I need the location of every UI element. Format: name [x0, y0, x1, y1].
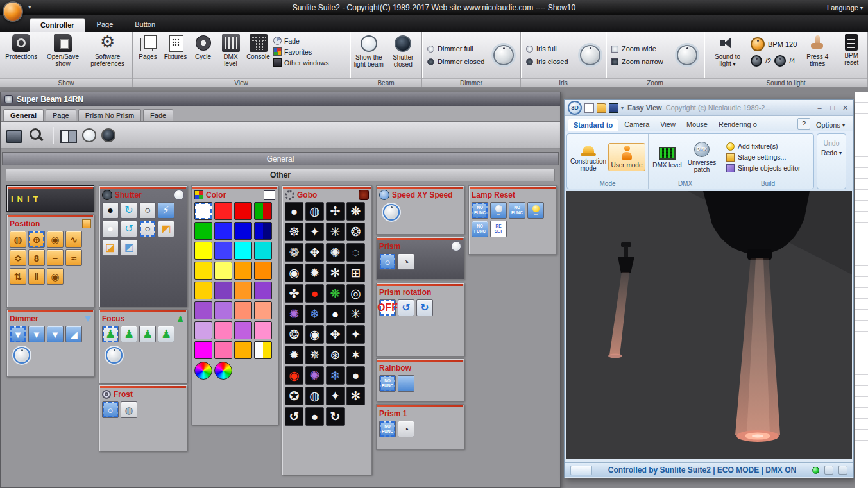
gobo-preset-tile[interactable]: ◍	[305, 202, 324, 221]
gobo-preset-tile[interactable]: ❂	[346, 223, 365, 241]
gobo-preset-tile[interactable]: ✺	[326, 243, 345, 262]
shutter-closed-button[interactable]: Shutter closed	[386, 33, 421, 68]
gobo-preset-tile[interactable]: ✹	[285, 346, 303, 364]
gobo-preset-tile[interactable]: ✦	[346, 325, 365, 344]
gobo-preset-tile[interactable]: ❋	[346, 202, 365, 221]
color-swatch[interactable]	[254, 202, 272, 220]
color-swatch[interactable]	[234, 321, 252, 339]
position-preset-tile[interactable]: 8	[28, 249, 45, 266]
gobo-preset-tile[interactable]: ✻	[346, 387, 365, 405]
rainbow-preset-tile[interactable]	[398, 375, 414, 392]
frost-preset-tile[interactable]: ◍	[121, 401, 137, 418]
color-swatch[interactable]	[214, 262, 232, 280]
build-menu-item[interactable]: Add fixture(s)	[726, 142, 810, 151]
focus-preset-tile[interactable]: ♟	[102, 326, 119, 342]
color-swatch[interactable]	[214, 282, 232, 299]
magnifier-icon[interactable]	[28, 126, 46, 144]
color-wheel-tile[interactable]	[214, 362, 232, 380]
lamp-reset-tile[interactable]	[527, 202, 544, 219]
shutter-preset-tile[interactable]: ○	[139, 221, 156, 237]
new-file-icon[interactable]	[584, 103, 594, 113]
gobo-preset-tile[interactable]: ↻	[326, 407, 345, 426]
gobo-preset-tile[interactable]: ⊛	[326, 346, 345, 364]
shutter-preset-tile[interactable]: ●	[102, 221, 119, 237]
color-swatch[interactable]	[234, 262, 252, 280]
scrollbar-thumb[interactable]	[570, 466, 592, 475]
superbeam-tab[interactable]: General	[3, 109, 44, 121]
options-menu[interactable]: Options ▾	[811, 119, 850, 131]
color-swatch[interactable]	[234, 222, 252, 240]
beam-open-button[interactable]	[82, 128, 96, 142]
position-preset-tile[interactable]: ≎	[10, 249, 26, 266]
color-swatch[interactable]	[234, 341, 252, 359]
bpm-div2-knob[interactable]	[751, 55, 762, 67]
chevron-down-icon[interactable]: ▾	[621, 105, 624, 111]
position-preset-tile[interactable]: ≈	[65, 249, 82, 266]
easyview-titlebar[interactable]: 3D ▾ Easy View Copyright (c) Nicolaudie …	[565, 100, 853, 116]
focus-preset-tile[interactable]: ♟	[158, 326, 174, 342]
maximize-button[interactable]: □	[828, 104, 837, 112]
gobo-preset-tile[interactable]: ●	[305, 407, 324, 426]
gobo-preset-tile[interactable]: ✦	[326, 387, 345, 405]
gobo-preset-tile[interactable]: ✺	[305, 366, 324, 385]
open-save-show-button[interactable]: Open/Save show	[42, 33, 83, 69]
prism1-preset-tile[interactable]: ◔	[398, 421, 414, 437]
gobo-preset-tile[interactable]: ✥	[305, 243, 324, 262]
view-big-button[interactable]: Cycle	[189, 33, 217, 69]
gobo-preset-tile[interactable]: ✹	[305, 264, 324, 282]
lamp-reset-tile[interactable]: NO FUNC	[509, 202, 525, 219]
gobo-preset-tile[interactable]: ☸	[285, 223, 303, 241]
gobo-preset-tile[interactable]: ✪	[285, 387, 303, 405]
color-swatch[interactable]	[234, 301, 252, 319]
dimmer-closed-button[interactable]: Dimmer closed	[427, 58, 484, 65]
view-small-button[interactable]: Other windows	[273, 58, 328, 67]
dimmer-preset-tile[interactable]: ▼	[28, 326, 45, 342]
show-light-beam-button[interactable]: Show the light beam	[352, 33, 386, 68]
gobo-preset-tile[interactable]: ◎	[346, 284, 365, 303]
lamp-reset-tile[interactable]	[490, 202, 507, 219]
focus-preset-tile[interactable]: ♟	[139, 326, 156, 342]
color-swatch[interactable]	[194, 242, 212, 260]
gobo-preset-tile[interactable]: ✺	[285, 305, 303, 323]
prism-rotation-tile[interactable]: ↺	[398, 299, 414, 316]
gobo-preset-tile[interactable]: ●	[326, 305, 345, 323]
shutter-preset-tile[interactable]: ↻	[121, 202, 137, 219]
position-preset-tile[interactable]: ◉	[47, 268, 64, 285]
position-preset-tile[interactable]: ⊕	[28, 231, 45, 248]
app-logo-icon[interactable]	[3, 1, 23, 22]
color-wheel-tile[interactable]	[194, 362, 212, 380]
color-swatch[interactable]	[214, 321, 232, 339]
gobo-preset-tile[interactable]: ◉	[285, 264, 303, 282]
save-file-icon[interactable]	[609, 103, 618, 113]
gobo-preset-tile[interactable]: ✵	[305, 346, 324, 364]
gobo-preset-tile[interactable]: ❄	[326, 366, 345, 385]
user-mode-button[interactable]: User mode	[608, 143, 645, 171]
focus-preset-tile[interactable]: ♟	[121, 326, 137, 342]
easyview-tab[interactable]: Camera	[619, 119, 654, 131]
iris-knob[interactable]	[580, 45, 600, 65]
color-swatch[interactable]	[194, 222, 212, 240]
universes-patch-button[interactable]: DMX Universes patch	[685, 139, 719, 176]
position-preset-tile[interactable]: ◉	[47, 231, 64, 248]
split-view-button[interactable]	[60, 130, 77, 143]
software-preferences-button[interactable]: Software preferences	[85, 33, 130, 69]
color-swatch[interactable]	[214, 341, 232, 359]
zoom-wide-button[interactable]: Zoom wide	[611, 45, 663, 53]
position-preset-tile[interactable]: ‖	[28, 268, 45, 285]
build-menu-item[interactable]: Simple objects editor	[726, 164, 810, 172]
easyview-tab[interactable]: Rendering o	[713, 119, 762, 131]
color-swatch[interactable]	[194, 282, 212, 299]
press-4-times-button[interactable]: Press 4 times	[802, 33, 833, 69]
superbeam-tab[interactable]: Fade	[143, 109, 173, 121]
color-swatch[interactable]	[194, 202, 212, 220]
gobo-preset-tile[interactable]: ◉	[285, 366, 303, 385]
view-big-button[interactable]: Pages	[134, 33, 162, 69]
shutter-preset-tile[interactable]: ●	[102, 202, 119, 219]
color-swatch[interactable]	[254, 242, 272, 260]
gobo-preset-tile[interactable]: ✣	[326, 202, 345, 221]
gobo-preset-tile[interactable]: ⊞	[346, 264, 365, 282]
shutter-preset-tile[interactable]: ○	[139, 202, 156, 219]
open-file-icon[interactable]	[597, 103, 606, 113]
dimmer-knob[interactable]	[493, 45, 514, 65]
prism1-preset-tile[interactable]: NO FUNC	[379, 421, 396, 437]
